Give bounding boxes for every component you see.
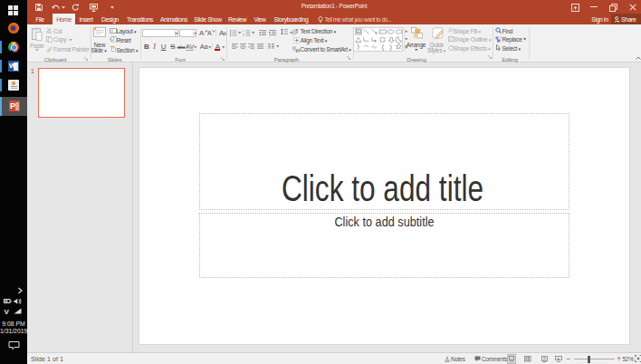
svg-text:1: 1 <box>243 30 244 33</box>
svg-text:2: 2 <box>243 34 244 36</box>
